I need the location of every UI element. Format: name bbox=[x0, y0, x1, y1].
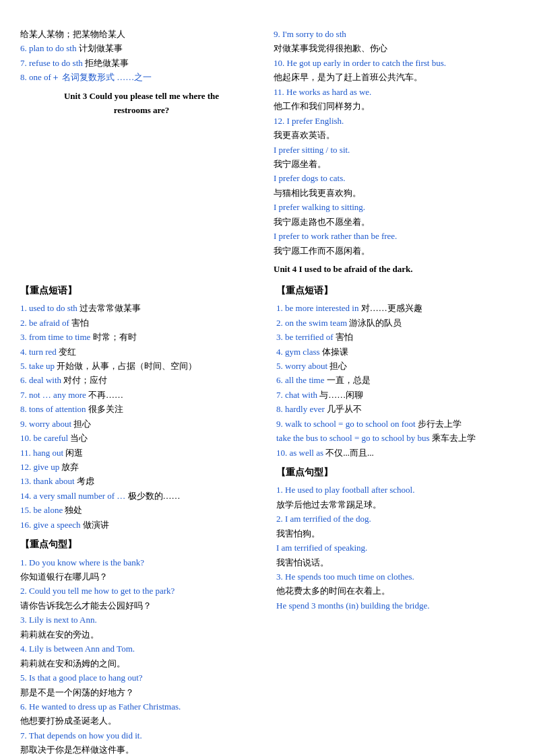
left-sentence-7: 7. That depends on how you did it. bbox=[20, 728, 263, 743]
left-column: 【重点短语】 1. used to do sth 过去常常做某事 2. be a… bbox=[20, 279, 263, 756]
right-phrase-3: 3. be terrified of 害怕 bbox=[276, 330, 515, 344]
right-sentence-2: 2. I am terrified of the dog. bbox=[276, 512, 515, 526]
top-right-7: I prefer walking to sitting. bbox=[274, 200, 515, 214]
left-juxing-title: 【重点句型】 bbox=[20, 537, 263, 552]
left-phrase-9: 9. worry about 担心 bbox=[20, 417, 263, 431]
right-sentence-3b: He spend 3 months (in) building the brid… bbox=[276, 598, 515, 613]
top-right-4: 12. I prefer English. bbox=[274, 114, 515, 128]
right-sentence-3-zh: 他花费太多的时间在衣着上。 bbox=[276, 584, 515, 598]
top-right-8-zh: 我宁愿工作而不愿闲着。 bbox=[274, 244, 515, 258]
left-sentence-6-zh: 他想要打扮成圣诞老人。 bbox=[20, 714, 263, 728]
left-phrase-3: 3. from time to time 时常；有时 bbox=[20, 330, 263, 344]
left-phrase-13: 13. thank about 考虑 bbox=[20, 474, 263, 488]
left-sentence-5-zh: 那是不是一个闲荡的好地方？ bbox=[20, 685, 263, 699]
top-right-5-zh: 我宁愿坐着。 bbox=[274, 157, 515, 171]
top-left-notes: 给某人某物；把某物给某人 6. plan to do sth 计划做某事 7. … bbox=[20, 27, 263, 258]
right-phrase-7: 7. chat with 与……闲聊 bbox=[276, 388, 515, 402]
left-sentence-4-zh: 莉莉就在安和汤姆的之间。 bbox=[20, 656, 263, 671]
left-sentence-3: 3. Lily is next to Ann. bbox=[20, 613, 263, 627]
left-sentence-6: 6. He wanted to dress up as Father Chris… bbox=[20, 699, 263, 714]
left-phrase-4: 4. turn red 变红 bbox=[20, 345, 263, 359]
unit3-title: Unit 3 Could you please tell me where th… bbox=[20, 89, 263, 118]
left-sentence-1-zh: 你知道银行在哪儿吗？ bbox=[20, 570, 263, 584]
left-phrase-10: 10. be careful 当心 bbox=[20, 431, 263, 445]
right-sentence-1: 1. He used to play football after school… bbox=[276, 483, 515, 497]
left-sentence-2-zh: 请你告诉我怎么才能去公园好吗？ bbox=[20, 598, 263, 613]
left-sentence-7-zh: 那取决于你是怎样做这件事。 bbox=[20, 743, 263, 756]
top-right-notes: 9. I'm sorry to do sth 对做某事我觉得很抱歉、伤心 10.… bbox=[274, 27, 515, 258]
left-sentence-2: 2. Could you tell me how to get to the p… bbox=[20, 584, 263, 598]
right-phrase-9: 9. walk to school = go to school on foot… bbox=[276, 417, 515, 431]
main-content: 【重点短语】 1. used to do sth 过去常常做某事 2. be a… bbox=[20, 279, 515, 756]
left-phrase-1: 1. used to do sth 过去常常做某事 bbox=[20, 301, 263, 315]
top-right-4-zh: 我更喜欢英语。 bbox=[274, 128, 515, 142]
top-right-2-zh: 他起床早，是为了赶上首班公共汽车。 bbox=[274, 70, 515, 84]
top-note-4: 8. one of＋ 名词复数形式 ……之一 bbox=[20, 70, 263, 84]
top-right-2: 10. He got up early in order to catch th… bbox=[274, 56, 515, 70]
right-sentence-3: 3. He spends too much time on clothes. bbox=[276, 570, 515, 584]
left-sentence-3-zh: 莉莉就在安的旁边。 bbox=[20, 627, 263, 642]
unit4-title: Unit 4 I used to be afraid of the dark. bbox=[274, 263, 515, 277]
top-right-5: I prefer sitting / to sit. bbox=[274, 143, 515, 157]
right-phrase-5: 5. worry about 担心 bbox=[276, 359, 515, 373]
left-phrase-11: 11. hang out 闲逛 bbox=[20, 446, 263, 460]
left-phrase-8: 8. tons of attention 很多关注 bbox=[20, 402, 263, 416]
right-sentence-2-zh: 我害怕狗。 bbox=[276, 526, 515, 541]
left-sentence-1: 1. Do you know where is the bank? bbox=[20, 555, 263, 570]
top-right-8: I prefer to work rather than be free. bbox=[274, 229, 515, 243]
right-phrase-2: 2. on the swim team 游泳队的队员 bbox=[276, 316, 515, 330]
top-right-1-zh: 对做某事我觉得很抱歉、伤心 bbox=[274, 41, 515, 55]
top-right-7-zh: 我宁愿走路也不愿坐着。 bbox=[274, 215, 515, 229]
left-phrase-14: 14. a very small number of … 极少数的…… bbox=[20, 489, 263, 503]
left-phrase-7: 7. not … any more 不再…… bbox=[20, 388, 263, 402]
top-note-1: 给某人某物；把某物给某人 bbox=[20, 27, 263, 41]
top-note-2: 6. plan to do sth 计划做某事 bbox=[20, 41, 263, 55]
left-duanyu-title: 【重点短语】 bbox=[20, 283, 263, 298]
right-duanyu-title: 【重点短语】 bbox=[276, 283, 515, 298]
left-phrase-15: 15. be alone 独处 bbox=[20, 503, 263, 517]
left-sentence-4: 4. Lily is between Ann and Tom. bbox=[20, 642, 263, 656]
top-right-1: 9. I'm sorry to do sth bbox=[274, 27, 515, 41]
left-phrase-5: 5. take up 开始做，从事，占据（时间、空间） bbox=[20, 359, 263, 373]
unit4-title-area: Unit 4 I used to be afraid of the dark. bbox=[274, 262, 515, 279]
top-note-3: 7. refuse to do sth 拒绝做某事 bbox=[20, 56, 263, 70]
right-phrase-10: 10. as well as 不仅...而且... bbox=[276, 446, 515, 460]
right-phrase-4: 4. gym class 体操课 bbox=[276, 345, 515, 359]
unit4-title-spacer bbox=[20, 262, 263, 279]
right-sentence-2b: I am terrified of speaking. bbox=[276, 541, 515, 555]
left-phrase-16: 16. give a speech 做演讲 bbox=[20, 518, 263, 532]
right-sentence-1-zh: 放学后他过去常常踢足球。 bbox=[276, 497, 515, 512]
right-phrase-6: 6. all the time 一直，总是 bbox=[276, 373, 515, 387]
right-juxing-title: 【重点句型】 bbox=[276, 465, 515, 480]
right-phrase-1: 1. be more interested in 对……更感兴趣 bbox=[276, 301, 515, 315]
right-phrase-9b: take the bus to school = go to school by… bbox=[276, 431, 515, 445]
left-sentence-5: 5. Is that a good place to hang out? bbox=[20, 671, 263, 685]
left-phrase-12: 12. give up 放弃 bbox=[20, 460, 263, 474]
left-phrase-2: 2. be afraid of 害怕 bbox=[20, 316, 263, 330]
right-column: 【重点短语】 1. be more interested in 对……更感兴趣 … bbox=[276, 279, 515, 756]
top-right-6: I prefer dogs to cats. bbox=[274, 171, 515, 185]
top-right-6-zh: 与猫相比我更喜欢狗。 bbox=[274, 186, 515, 200]
top-right-3-zh: 他工作和我们同样努力。 bbox=[274, 99, 515, 113]
top-right-3: 11. He works as hard as we. bbox=[274, 85, 515, 99]
left-phrase-6: 6. deal with 对付；应付 bbox=[20, 373, 263, 387]
page: 给某人某物；把某物给某人 6. plan to do sth 计划做某事 7. … bbox=[20, 27, 515, 756]
right-phrase-8: 8. hardly ever 几乎从不 bbox=[276, 402, 515, 416]
right-sentence-2b-zh: 我害怕说话。 bbox=[276, 555, 515, 570]
